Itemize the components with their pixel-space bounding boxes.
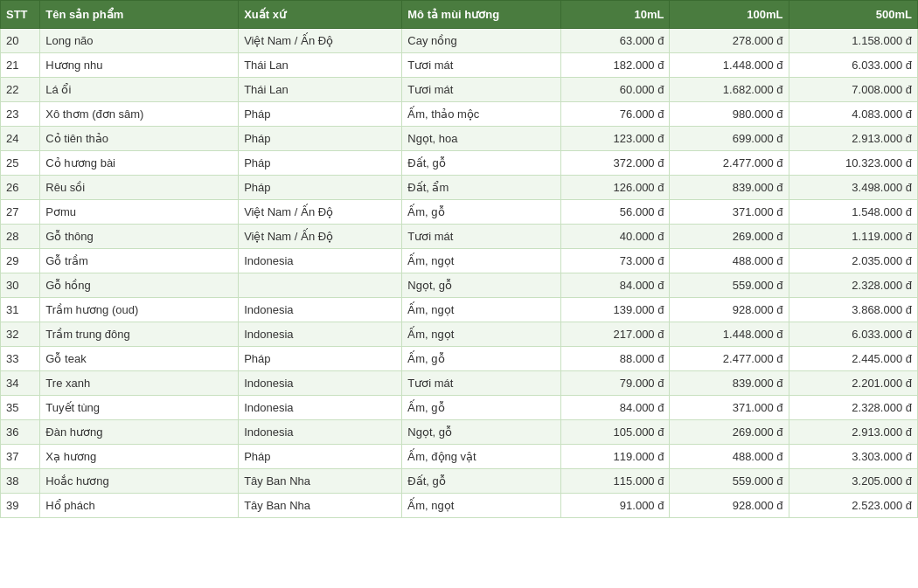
cell-10ml: 84.000 đ [560,273,670,298]
cell-stt: 30 [1,273,40,298]
cell-ten: Xô thơm (đơn sâm) [40,102,239,127]
table-row: 32Trầm trung đôngIndonesiaẤm, ngọt217.00… [1,322,918,347]
cell-10ml: 182.000 đ [560,53,670,78]
cell-100ml: 928.000 đ [670,298,789,322]
cell-10ml: 76.000 đ [560,102,670,127]
table-row: 25Cỏ hương bàiPhápĐất, gỗ372.000 đ2.477.… [1,151,918,176]
cell-100ml: 980.000 đ [670,102,789,127]
cell-xuat: Tây Ban Nha [239,494,402,518]
cell-stt: 22 [1,78,40,102]
cell-10ml: 372.000 đ [560,151,670,176]
cell-100ml: 839.000 đ [670,176,789,200]
cell-500ml: 2.913.000 đ [789,420,917,445]
cell-ten: Gỗ teak [40,347,239,371]
cell-10ml: 105.000 đ [560,420,670,445]
cell-500ml: 6.033.000 đ [789,322,917,347]
cell-stt: 32 [1,322,40,347]
cell-ten: Hổ phách [40,494,239,518]
cell-100ml: 1.448.000 đ [670,53,789,78]
cell-100ml: 2.477.000 đ [670,347,789,371]
cell-stt: 27 [1,200,40,225]
table-row: 35Tuyết tùngIndonesiaẤm, gỗ84.000 đ371.0… [1,396,918,420]
cell-100ml: 839.000 đ [670,371,789,396]
cell-500ml: 7.008.000 đ [789,78,917,102]
cell-ten: Xạ hương [40,445,239,469]
table-row: 38Hoắc hươngTây Ban NhaĐất, gỗ115.000 đ5… [1,469,918,494]
cell-stt: 24 [1,127,40,151]
cell-mo: Tươi mát [402,78,560,102]
cell-10ml: 73.000 đ [560,249,670,273]
cell-xuat: Pháp [239,151,402,176]
cell-ten: Tre xanh [40,371,239,396]
cell-xuat: Indonesia [239,322,402,347]
cell-stt: 23 [1,102,40,127]
cell-xuat: Indonesia [239,371,402,396]
table-row: 21Hương nhuThái LanTươi mát182.000 đ1.44… [1,53,918,78]
cell-xuat: Indonesia [239,249,402,273]
table-row: 36Đàn hươngIndonesiaNgọt, gỗ105.000 đ269… [1,420,918,445]
cell-10ml: 126.000 đ [560,176,670,200]
cell-100ml: 488.000 đ [670,445,789,469]
cell-100ml: 559.000 đ [670,273,789,298]
table-row: 28Gỗ thôngViệt Nam / Ấn ĐộTươi mát40.000… [1,225,918,249]
cell-10ml: 115.000 đ [560,469,670,494]
table-row: 27PơmuViệt Nam / Ấn ĐộẤm, gỗ56.000 đ371.… [1,200,918,225]
cell-100ml: 488.000 đ [670,249,789,273]
cell-mo: Ấm, ngọt [402,494,560,518]
cell-100ml: 699.000 đ [670,127,789,151]
cell-10ml: 60.000 đ [560,78,670,102]
cell-stt: 20 [1,29,40,53]
table-row: 29Gỗ trầmIndonesiaẤm, ngọt73.000 đ488.00… [1,249,918,273]
table-row: 30Gỗ hồngNgọt, gỗ84.000 đ559.000 đ2.328.… [1,273,918,298]
table-row: 20Long nãoViệt Nam / Ấn ĐộCay nồng63.000… [1,29,918,53]
cell-10ml: 40.000 đ [560,225,670,249]
cell-stt: 37 [1,445,40,469]
cell-ten: Lá ổi [40,78,239,102]
header-stt: STT [1,1,40,29]
cell-mo: Đất, gỗ [402,151,560,176]
cell-100ml: 269.000 đ [670,420,789,445]
cell-xuat: Thái Lan [239,78,402,102]
cell-stt: 33 [1,347,40,371]
cell-mo: Ấm, ngọt [402,249,560,273]
cell-xuat: Thái Lan [239,53,402,78]
cell-10ml: 56.000 đ [560,200,670,225]
cell-100ml: 371.000 đ [670,396,789,420]
cell-stt: 34 [1,371,40,396]
cell-xuat: Việt Nam / Ấn Độ [239,29,402,53]
cell-500ml: 3.205.000 đ [789,469,917,494]
cell-mo: Tươi mát [402,53,560,78]
cell-500ml: 1.158.000 đ [789,29,917,53]
cell-100ml: 559.000 đ [670,469,789,494]
cell-xuat: Pháp [239,445,402,469]
cell-10ml: 217.000 đ [560,322,670,347]
cell-10ml: 88.000 đ [560,347,670,371]
table-row: 26Rêu sồiPhápĐất, ẩm126.000 đ839.000 đ3.… [1,176,918,200]
cell-stt: 38 [1,469,40,494]
cell-100ml: 2.477.000 đ [670,151,789,176]
cell-500ml: 3.868.000 đ [789,298,917,322]
cell-ten: Hương nhu [40,53,239,78]
cell-mo: Cay nồng [402,29,560,53]
cell-100ml: 269.000 đ [670,225,789,249]
cell-500ml: 6.033.000 đ [789,53,917,78]
cell-500ml: 1.119.000 đ [789,225,917,249]
cell-xuat: Pháp [239,176,402,200]
cell-mo: Ngọt, gỗ [402,273,560,298]
header-10ml: 10mL [560,1,670,29]
cell-mo: Tươi mát [402,371,560,396]
cell-500ml: 3.303.000 đ [789,445,917,469]
cell-stt: 28 [1,225,40,249]
header-mo: Mô tả mùi hương [402,1,560,29]
cell-500ml: 2.201.000 đ [789,371,917,396]
cell-10ml: 63.000 đ [560,29,670,53]
cell-10ml: 119.000 đ [560,445,670,469]
cell-500ml: 10.323.000 đ [789,151,917,176]
cell-500ml: 4.083.000 đ [789,102,917,127]
cell-ten: Tuyết tùng [40,396,239,420]
cell-stt: 31 [1,298,40,322]
cell-100ml: 928.000 đ [670,494,789,518]
cell-mo: Tươi mát [402,225,560,249]
cell-mo: Ấm, gỗ [402,200,560,225]
table-row: 24Cỏ tiên thảoPhápNgọt, hoa123.000 đ699.… [1,127,918,151]
